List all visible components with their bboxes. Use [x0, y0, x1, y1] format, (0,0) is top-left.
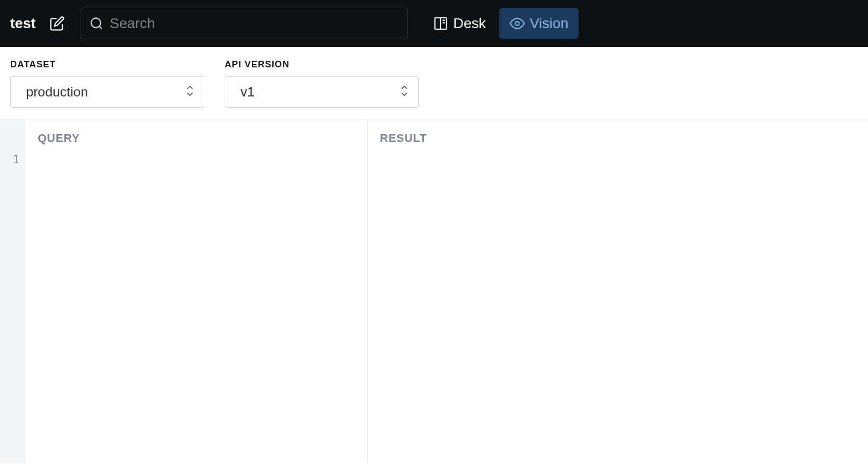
dataset-group: DATASET production [10, 59, 204, 108]
svg-point-0 [91, 18, 101, 28]
nav-desk-label: Desk [453, 15, 486, 32]
api-version-select-wrap: v1 [225, 76, 419, 108]
nav-vision-label: Vision [530, 15, 569, 32]
query-heading: QUERY [38, 132, 355, 145]
api-version-label: API VERSION [225, 59, 419, 70]
eye-icon [510, 16, 525, 31]
dataset-select[interactable]: production [10, 76, 204, 108]
query-panel: 1 QUERY [0, 119, 368, 463]
result-heading: RESULT [380, 132, 856, 145]
query-editor[interactable]: QUERY [26, 119, 367, 463]
nav-desk[interactable]: Desk [423, 8, 496, 39]
panel-icon [433, 16, 448, 31]
dataset-select-wrap: production [10, 76, 204, 108]
compose-icon [50, 16, 65, 31]
search-container[interactable] [81, 8, 407, 39]
controls-bar: DATASET production API VERSION v1 [0, 47, 868, 119]
dataset-label: DATASET [10, 59, 204, 70]
result-panel: RESULT [368, 119, 868, 463]
compose-button[interactable] [49, 15, 65, 32]
dataset-value: production [26, 84, 88, 100]
svg-point-6 [515, 21, 519, 26]
search-input[interactable] [110, 15, 399, 32]
api-version-value: v1 [240, 84, 254, 100]
line-number: 1 [0, 153, 19, 166]
header-bar: test Desk [0, 0, 868, 47]
app-logo[interactable]: test [10, 15, 36, 32]
svg-line-1 [99, 26, 102, 29]
api-version-group: API VERSION v1 [225, 59, 419, 108]
nav-vision[interactable]: Vision [499, 8, 579, 39]
nav-group: Desk Vision [423, 8, 579, 39]
line-gutter: 1 [0, 119, 26, 463]
main-panels: 1 QUERY RESULT [0, 119, 868, 463]
search-icon [89, 16, 104, 31]
api-version-select[interactable]: v1 [225, 76, 419, 108]
